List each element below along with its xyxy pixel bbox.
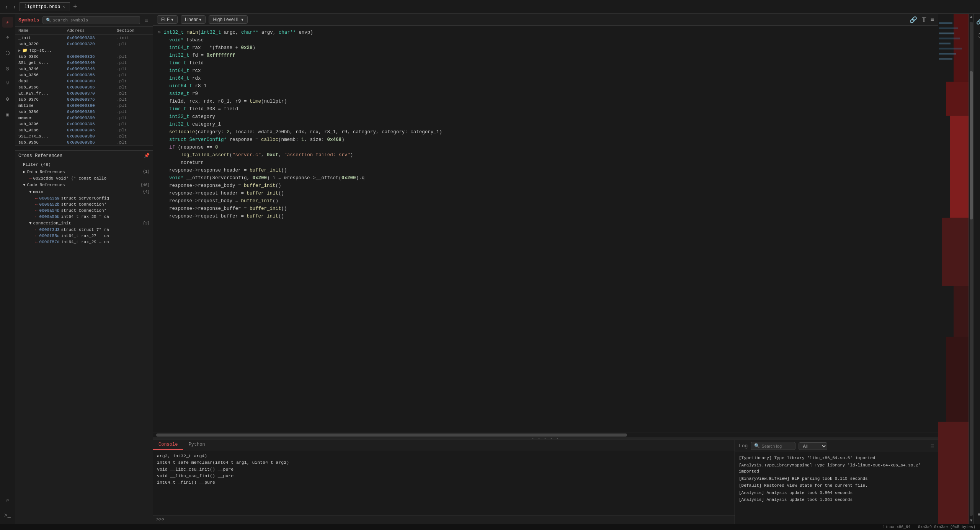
svg-rect-15 xyxy=(939,48,962,49)
table-row[interactable]: sub_93460x000009346.plt xyxy=(15,66,153,72)
tab-close-button[interactable]: × xyxy=(62,5,65,9)
code-ref-item[interactable]: ←0000a54b struct Connection* xyxy=(15,208,153,214)
table-row[interactable]: EC_KEY_fr...0x000009370.plt xyxy=(15,90,153,97)
connection-ref-item[interactable]: ←0000f57d int64_t rax_29 = ca xyxy=(15,239,153,245)
console-line-5: int64_t _fini() __pure xyxy=(157,479,731,486)
table-row[interactable]: SSL_CTX_s...0x0000093b0.plt xyxy=(15,133,153,139)
xref-label2: struct struct_7* ra xyxy=(61,227,109,232)
search-bottom-icon[interactable]: ⌕ xyxy=(2,495,13,505)
symbols-rows: _init0x000009308.initsub_93200x000009320… xyxy=(15,35,153,146)
table-row[interactable]: sub_93360x000009336.plt xyxy=(15,54,153,60)
right-scroll-icon[interactable]: ≡ xyxy=(975,510,980,519)
log-line-6: [Analysis] Analysis update took 1.061 se… xyxy=(739,496,934,504)
pin-icon[interactable]: 📌 xyxy=(144,153,150,159)
back-button[interactable]: ‹ xyxy=(3,2,10,12)
code-ref-item[interactable]: ←0000a3a9 struct ServerConfig xyxy=(15,195,153,201)
xref-addr: 0000a56b xyxy=(39,214,60,219)
xref-label2: int64_t rax_27 = ca xyxy=(61,234,109,238)
table-row[interactable]: memset0x000009390.plt xyxy=(15,115,153,121)
symbols-table: Name Address Section _init0x000009308.in… xyxy=(15,27,153,146)
add-tab-button[interactable]: + xyxy=(72,3,79,11)
code-line-14: struct ServerConfig* response = calloc(n… xyxy=(158,136,933,144)
elf-button[interactable]: ELF ▾ xyxy=(157,15,178,24)
data-refs-toggle[interactable]: ▶ Data References {1} xyxy=(15,168,153,175)
scroll-down-icon[interactable]: ▼ xyxy=(969,517,973,524)
right-panel-icons: 🔗 ⬡ ≡ xyxy=(973,14,980,524)
table-row[interactable]: sub_93860x000009386.plt xyxy=(15,109,153,115)
table-row[interactable]: sub_93a60x000009396.plt xyxy=(15,127,153,133)
xref-label: struct Connection* xyxy=(61,208,106,213)
highlevel-button[interactable]: High Level IL ▾ xyxy=(209,15,248,24)
location-icon[interactable]: ◎ xyxy=(2,63,13,74)
xref-label: struct ServerConfig xyxy=(61,196,109,201)
filter-toggle[interactable]: Filter (48) xyxy=(15,161,153,168)
type-icon[interactable]: 𝕋 xyxy=(922,16,926,23)
table-row[interactable]: mktime0x000009380.plt xyxy=(15,103,153,109)
main-tab[interactable]: lighttpd.bndb × xyxy=(20,2,70,11)
search-symbols-button[interactable]: 🔍 Search symbols xyxy=(42,16,140,24)
svg-rect-14 xyxy=(939,43,951,44)
bottom-panel: Console Python arg3, int32_t arg4) int64… xyxy=(153,440,938,524)
table-row[interactable]: sub_93560x000009356.plt xyxy=(15,72,153,78)
linear-button[interactable]: Linear ▾ xyxy=(181,15,206,24)
bolt-icon[interactable]: ⚡ xyxy=(2,17,13,28)
right-layers-icon[interactable]: ⬡ xyxy=(975,31,980,40)
symbols-menu-button[interactable]: ≡ xyxy=(143,17,150,24)
code-area[interactable]: ⊙ int32_t main(int32_t argc, char** argv… xyxy=(153,26,938,432)
scroll-up-icon[interactable]: ▲ xyxy=(969,14,973,20)
code-signature-line: ⊙ int32_t main(int32_t argc, char** argv… xyxy=(158,29,933,36)
toolbar-menu-icon[interactable]: ≡ xyxy=(931,16,934,23)
scroll-thumb[interactable] xyxy=(970,22,973,516)
table-row[interactable]: ▶📁 Tcp-st... xyxy=(15,47,153,54)
code-line-1: void* fsbase xyxy=(158,36,933,44)
minimap-scrollbar[interactable]: ▲ ▼ xyxy=(969,14,973,524)
table-row[interactable]: sub_93660x000009366.plt xyxy=(15,84,153,90)
tab-console[interactable]: Console xyxy=(153,440,183,450)
search-symbols-label: Search symbols xyxy=(53,18,88,23)
main-refs-toggle[interactable]: ▼ main {4} xyxy=(15,188,153,195)
xref-addr: 0000a3a9 xyxy=(39,196,60,201)
table-row[interactable]: sub_93960x000009396.plt xyxy=(15,121,153,127)
function-arrow: ⊙ xyxy=(158,29,161,36)
branch-icon[interactable]: ⑂ xyxy=(2,78,13,89)
link-icon[interactable]: 🔗 xyxy=(910,16,917,23)
log-search-input[interactable] xyxy=(761,444,792,448)
forward-button[interactable]: › xyxy=(11,2,18,12)
code-ref-item[interactable]: ←0000a52b struct Connection* xyxy=(15,201,153,208)
code-line-20: response->response_body = buffer_init() xyxy=(158,182,933,190)
terminal-icon[interactable]: >_ xyxy=(2,510,13,521)
log-search-box[interactable]: 🔍 xyxy=(751,442,795,450)
layers-icon[interactable]: ▣ xyxy=(2,109,13,119)
table-row[interactable]: sub_93b60x0000093b6.plt xyxy=(15,139,153,146)
connection-ref-item[interactable]: ←0000f55c int64_t rax_27 = ca xyxy=(15,233,153,239)
table-row[interactable]: sub_93200x000009320.plt xyxy=(15,41,153,47)
table-row[interactable]: sub_93760x000009376.plt xyxy=(15,97,153,103)
console-input[interactable] xyxy=(166,517,732,522)
cursor-icon[interactable]: ⌖ xyxy=(2,32,13,43)
code-refs-toggle[interactable]: ▼ Code References {46} xyxy=(15,182,153,188)
code-ref-item[interactable]: ←0000a56b int64_t rax_25 = ca xyxy=(15,214,153,220)
right-link-icon[interactable]: 🔗 xyxy=(975,17,980,26)
console-line-2: int64_t safe_memclear(int64_t arg1, uint… xyxy=(157,459,731,466)
linear-dropdown-icon: ▾ xyxy=(199,17,201,22)
table-row[interactable]: _init0x000009308.init xyxy=(15,35,153,41)
connection-init-toggle[interactable]: ▼ connection_init {3} xyxy=(15,220,153,227)
symbols-h-scroll[interactable] xyxy=(15,146,153,150)
toolbar-right-icons: 🔗 𝕋 ≡ xyxy=(910,16,934,23)
table-row[interactable]: dup20x000009360.plt xyxy=(15,78,153,84)
data-ref-item[interactable]: → 0023cdd0 void* (* const callo xyxy=(15,175,153,182)
code-line-7: uint64_t r8_1 xyxy=(158,82,933,90)
log-title: Log xyxy=(739,443,748,449)
tag-icon[interactable]: ⬡ xyxy=(2,47,13,58)
gear-icon[interactable]: ⚙ xyxy=(2,93,13,104)
log-menu-button[interactable]: ≡ xyxy=(931,443,934,450)
log-filter-select[interactable]: All Info Warning Error xyxy=(799,442,827,450)
log-line-4: [Default] Restored View State for the cu… xyxy=(739,482,934,489)
xref-arrow2: ← xyxy=(35,240,38,244)
tab-python[interactable]: Python xyxy=(183,440,210,450)
table-row[interactable]: SSL_get_s...0x000009340.plt xyxy=(15,60,153,66)
xref-label2: int64_t rax_29 = ca xyxy=(61,240,109,244)
main-refs-label: main xyxy=(33,190,43,194)
xref-arrow: ← xyxy=(35,202,38,207)
connection-ref-item[interactable]: ←0000f3d3 struct struct_7* ra xyxy=(15,227,153,233)
